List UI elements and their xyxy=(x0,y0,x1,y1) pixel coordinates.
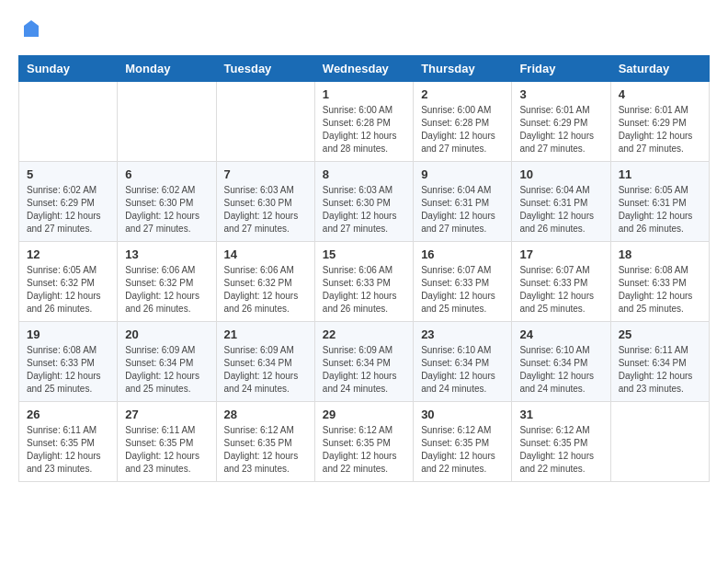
day-number: 26 xyxy=(27,408,109,421)
day-number: 30 xyxy=(421,408,504,421)
calendar-cell: 27Sunrise: 6:11 AM Sunset: 6:35 PM Dayli… xyxy=(118,402,216,482)
page-header xyxy=(18,18,710,40)
day-number: 27 xyxy=(125,408,208,421)
day-info: Sunrise: 6:05 AM Sunset: 6:32 PM Dayligh… xyxy=(27,264,109,316)
calendar-cell: 9Sunrise: 6:04 AM Sunset: 6:31 PM Daylig… xyxy=(414,162,512,242)
day-info: Sunrise: 6:01 AM Sunset: 6:29 PM Dayligh… xyxy=(519,104,602,155)
day-number: 10 xyxy=(519,167,602,181)
day-number: 6 xyxy=(125,167,208,181)
calendar-cell: 20Sunrise: 6:09 AM Sunset: 6:34 PM Dayli… xyxy=(118,322,216,402)
day-info: Sunrise: 6:12 AM Sunset: 6:35 PM Dayligh… xyxy=(323,424,405,476)
calendar-week-row: 1Sunrise: 6:00 AM Sunset: 6:28 PM Daylig… xyxy=(19,82,710,162)
calendar-cell: 6Sunrise: 6:02 AM Sunset: 6:30 PM Daylig… xyxy=(118,162,216,242)
day-info: Sunrise: 6:02 AM Sunset: 6:30 PM Dayligh… xyxy=(125,184,208,236)
calendar-cell: 17Sunrise: 6:07 AM Sunset: 6:33 PM Dayli… xyxy=(512,242,610,322)
calendar-table: SundayMondayTuesdayWednesdayThursdayFrid… xyxy=(18,55,710,482)
day-number: 25 xyxy=(619,327,701,341)
day-info: Sunrise: 6:10 AM Sunset: 6:34 PM Dayligh… xyxy=(519,344,602,396)
day-info: Sunrise: 6:07 AM Sunset: 6:33 PM Dayligh… xyxy=(519,264,602,316)
day-number: 21 xyxy=(224,327,307,341)
calendar-cell: 24Sunrise: 6:10 AM Sunset: 6:34 PM Dayli… xyxy=(512,322,610,402)
calendar-header-saturday: Saturday xyxy=(610,56,709,82)
day-info: Sunrise: 6:03 AM Sunset: 6:30 PM Dayligh… xyxy=(323,184,405,236)
day-info: Sunrise: 6:11 AM Sunset: 6:34 PM Dayligh… xyxy=(619,344,701,396)
day-info: Sunrise: 6:12 AM Sunset: 6:35 PM Dayligh… xyxy=(224,424,307,476)
day-info: Sunrise: 6:09 AM Sunset: 6:34 PM Dayligh… xyxy=(125,344,208,396)
calendar-cell: 16Sunrise: 6:07 AM Sunset: 6:33 PM Dayli… xyxy=(414,242,512,322)
day-number: 13 xyxy=(125,247,208,261)
calendar-cell: 18Sunrise: 6:08 AM Sunset: 6:33 PM Dayli… xyxy=(610,242,709,322)
calendar-cell: 5Sunrise: 6:02 AM Sunset: 6:29 PM Daylig… xyxy=(19,162,118,242)
day-info: Sunrise: 6:06 AM Sunset: 6:32 PM Dayligh… xyxy=(125,264,208,316)
day-number: 8 xyxy=(323,167,405,181)
day-number: 1 xyxy=(323,87,405,101)
day-info: Sunrise: 6:10 AM Sunset: 6:34 PM Dayligh… xyxy=(421,344,504,396)
day-number: 4 xyxy=(619,87,701,101)
calendar-header-thursday: Thursday xyxy=(414,56,512,82)
calendar-week-row: 19Sunrise: 6:08 AM Sunset: 6:33 PM Dayli… xyxy=(19,322,710,402)
day-number: 20 xyxy=(125,327,208,341)
day-number: 12 xyxy=(27,247,109,261)
calendar-cell: 4Sunrise: 6:01 AM Sunset: 6:29 PM Daylig… xyxy=(610,82,709,162)
day-info: Sunrise: 6:08 AM Sunset: 6:33 PM Dayligh… xyxy=(619,264,701,316)
calendar-week-row: 12Sunrise: 6:05 AM Sunset: 6:32 PM Dayli… xyxy=(19,242,710,322)
calendar-cell: 25Sunrise: 6:11 AM Sunset: 6:34 PM Dayli… xyxy=(610,322,709,402)
calendar-cell: 2Sunrise: 6:00 AM Sunset: 6:28 PM Daylig… xyxy=(414,82,512,162)
day-number: 22 xyxy=(323,327,405,341)
calendar-cell: 3Sunrise: 6:01 AM Sunset: 6:29 PM Daylig… xyxy=(512,82,610,162)
calendar-cell: 7Sunrise: 6:03 AM Sunset: 6:30 PM Daylig… xyxy=(216,162,314,242)
calendar-cell: 23Sunrise: 6:10 AM Sunset: 6:34 PM Dayli… xyxy=(414,322,512,402)
logo-icon xyxy=(20,18,42,40)
calendar-header-wednesday: Wednesday xyxy=(314,56,413,82)
day-number: 3 xyxy=(519,87,602,101)
calendar-cell xyxy=(118,82,216,162)
day-info: Sunrise: 6:06 AM Sunset: 6:33 PM Dayligh… xyxy=(323,264,405,316)
calendar-cell: 21Sunrise: 6:09 AM Sunset: 6:34 PM Dayli… xyxy=(216,322,314,402)
calendar-cell: 10Sunrise: 6:04 AM Sunset: 6:31 PM Dayli… xyxy=(512,162,610,242)
calendar-cell: 31Sunrise: 6:12 AM Sunset: 6:35 PM Dayli… xyxy=(512,402,610,482)
day-number: 24 xyxy=(519,327,602,341)
day-info: Sunrise: 6:12 AM Sunset: 6:35 PM Dayligh… xyxy=(519,424,602,476)
day-number: 11 xyxy=(619,167,701,181)
day-number: 19 xyxy=(27,327,109,341)
calendar-cell: 28Sunrise: 6:12 AM Sunset: 6:35 PM Dayli… xyxy=(216,402,314,482)
day-number: 16 xyxy=(421,247,504,261)
day-info: Sunrise: 6:04 AM Sunset: 6:31 PM Dayligh… xyxy=(421,184,504,236)
day-info: Sunrise: 6:07 AM Sunset: 6:33 PM Dayligh… xyxy=(421,264,504,316)
day-info: Sunrise: 6:01 AM Sunset: 6:29 PM Dayligh… xyxy=(619,104,701,155)
day-info: Sunrise: 6:00 AM Sunset: 6:28 PM Dayligh… xyxy=(421,104,504,155)
day-number: 18 xyxy=(619,247,701,261)
calendar-header-row: SundayMondayTuesdayWednesdayThursdayFrid… xyxy=(19,56,710,82)
day-number: 9 xyxy=(421,167,504,181)
calendar-cell: 22Sunrise: 6:09 AM Sunset: 6:34 PM Dayli… xyxy=(314,322,413,402)
calendar-cell: 30Sunrise: 6:12 AM Sunset: 6:35 PM Dayli… xyxy=(414,402,512,482)
day-info: Sunrise: 6:06 AM Sunset: 6:32 PM Dayligh… xyxy=(224,264,307,316)
calendar-cell: 26Sunrise: 6:11 AM Sunset: 6:35 PM Dayli… xyxy=(19,402,118,482)
day-number: 2 xyxy=(421,87,504,101)
day-info: Sunrise: 6:04 AM Sunset: 6:31 PM Dayligh… xyxy=(519,184,602,236)
calendar-cell: 13Sunrise: 6:06 AM Sunset: 6:32 PM Dayli… xyxy=(118,242,216,322)
day-info: Sunrise: 6:08 AM Sunset: 6:33 PM Dayligh… xyxy=(27,344,109,396)
calendar-cell xyxy=(19,82,118,162)
day-info: Sunrise: 6:09 AM Sunset: 6:34 PM Dayligh… xyxy=(323,344,405,396)
day-number: 15 xyxy=(323,247,405,261)
calendar-cell: 15Sunrise: 6:06 AM Sunset: 6:33 PM Dayli… xyxy=(314,242,413,322)
calendar-header-friday: Friday xyxy=(512,56,610,82)
day-number: 5 xyxy=(27,167,109,181)
calendar-cell: 1Sunrise: 6:00 AM Sunset: 6:28 PM Daylig… xyxy=(314,82,413,162)
calendar-header-tuesday: Tuesday xyxy=(216,56,314,82)
day-number: 23 xyxy=(421,327,504,341)
calendar-cell: 29Sunrise: 6:12 AM Sunset: 6:35 PM Dayli… xyxy=(314,402,413,482)
day-number: 17 xyxy=(519,247,602,261)
day-number: 14 xyxy=(224,247,307,261)
day-info: Sunrise: 6:09 AM Sunset: 6:34 PM Dayligh… xyxy=(224,344,307,396)
day-info: Sunrise: 6:11 AM Sunset: 6:35 PM Dayligh… xyxy=(27,424,109,476)
calendar-cell xyxy=(610,402,709,482)
calendar-cell: 12Sunrise: 6:05 AM Sunset: 6:32 PM Dayli… xyxy=(19,242,118,322)
day-info: Sunrise: 6:03 AM Sunset: 6:30 PM Dayligh… xyxy=(224,184,307,236)
day-info: Sunrise: 6:00 AM Sunset: 6:28 PM Dayligh… xyxy=(323,104,405,155)
calendar-header-sunday: Sunday xyxy=(19,56,118,82)
day-number: 31 xyxy=(519,408,602,421)
day-number: 7 xyxy=(224,167,307,181)
calendar-header-monday: Monday xyxy=(118,56,216,82)
